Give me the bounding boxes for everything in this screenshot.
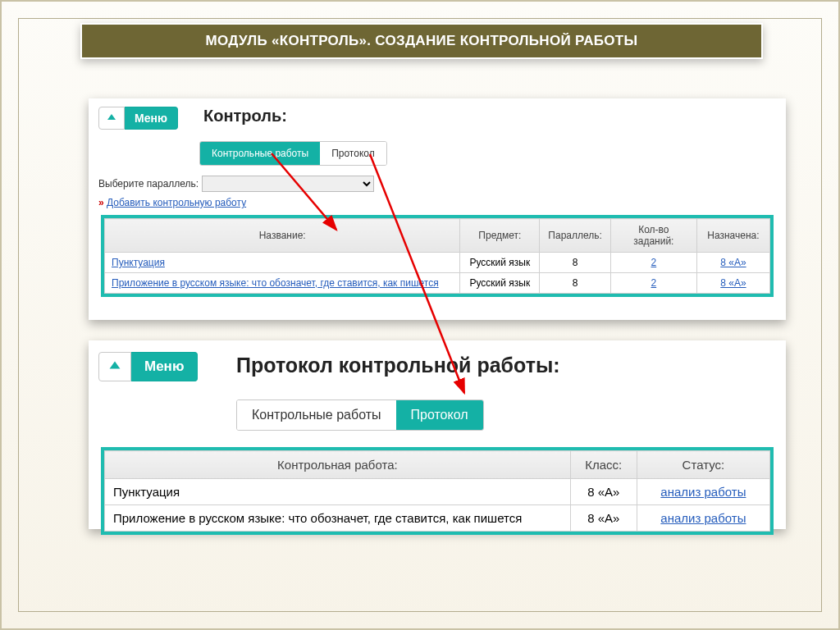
svg-marker-0: [107, 114, 116, 120]
tab-group: Контрольные работы Протокол: [236, 399, 484, 431]
work-link[interactable]: Пунктуация: [112, 257, 165, 268]
tab-group: Контрольные работы Протокол: [199, 141, 387, 166]
cell-work: Приложение в русском языке: что обозначе…: [105, 505, 571, 532]
cell-subject: Русский язык: [460, 253, 540, 273]
cell-subject: Русский язык: [460, 273, 540, 294]
count-link[interactable]: 2: [651, 277, 657, 289]
parallel-select[interactable]: [202, 176, 374, 192]
cell-class: 8 «А»: [570, 505, 637, 532]
count-link[interactable]: 2: [651, 257, 657, 268]
tab-works[interactable]: Контрольные работы: [237, 400, 396, 430]
tab-protocol[interactable]: Протокол: [396, 400, 483, 430]
tab-works[interactable]: Контрольные работы: [200, 142, 320, 165]
add-link-text[interactable]: Добавить контрольную работу: [107, 197, 246, 208]
status-link[interactable]: анализ работы: [660, 485, 746, 499]
col-status: Статус:: [637, 451, 769, 479]
table-row: Пунктуация 8 «А» анализ работы: [105, 479, 770, 505]
work-link[interactable]: Приложение в русском языке: что обозначе…: [112, 277, 439, 289]
col-class: Класс:: [570, 451, 637, 479]
status-link[interactable]: анализ работы: [660, 511, 746, 525]
col-subject: Предмет:: [460, 219, 540, 253]
col-work: Контрольная работа:: [105, 451, 571, 479]
svg-marker-1: [110, 362, 121, 369]
assigned-link[interactable]: 8 «А»: [720, 277, 746, 289]
col-count: Кол-во заданий:: [610, 219, 696, 253]
cell-work: Пунктуация: [105, 479, 571, 505]
table-row: Приложение в русском языке: что обозначе…: [105, 505, 770, 532]
parallel-select-row: Выберите параллель:: [98, 176, 374, 192]
assigned-link[interactable]: 8 «А»: [720, 257, 746, 268]
works-table-box: Название: Предмет: Параллель: Кол-во зад…: [101, 215, 774, 297]
add-work-link[interactable]: » Добавить контрольную работу: [98, 197, 246, 208]
protocol-table: Контрольная работа: Класс: Статус: Пункт…: [104, 450, 770, 532]
works-table: Название: Предмет: Параллель: Кол-во зад…: [104, 218, 770, 294]
protocol-table-box: Контрольная работа: Класс: Статус: Пункт…: [101, 447, 774, 535]
menu-button[interactable]: Меню: [98, 352, 198, 381]
panel-heading: Контроль:: [203, 107, 287, 126]
arrow-up-icon: [98, 352, 131, 381]
col-name: Название:: [105, 219, 460, 253]
table-row: Приложение в русском языке: что обозначе…: [105, 273, 770, 294]
raquo-icon: »: [98, 197, 104, 208]
select-label: Выберите параллель:: [98, 178, 199, 189]
panel-control: Меню Контроль: Контрольные работы Проток…: [89, 98, 786, 320]
menu-button[interactable]: Меню: [98, 107, 178, 130]
panel-heading: Протокол контрольной работы:: [236, 354, 560, 377]
cell-parallel: 8: [540, 253, 611, 273]
slide-title: МОДУЛЬ «КОНТРОЛЬ». СОЗДАНИЕ КОНТРОЛЬНОЙ …: [80, 23, 763, 59]
tab-protocol[interactable]: Протокол: [320, 142, 386, 165]
col-parallel: Параллель:: [540, 219, 611, 253]
panel-protocol: Меню Протокол контрольной работы: Контро…: [89, 340, 786, 529]
menu-label: Меню: [125, 107, 178, 130]
slide: МОДУЛЬ «КОНТРОЛЬ». СОЗДАНИЕ КОНТРОЛЬНОЙ …: [0, 0, 840, 630]
cell-class: 8 «А»: [570, 479, 637, 505]
table-row: Пунктуация Русский язык 8 2 8 «А»: [105, 253, 770, 273]
col-assigned: Назначена:: [696, 219, 769, 253]
arrow-up-icon: [98, 107, 125, 130]
cell-parallel: 8: [540, 273, 611, 294]
menu-label: Меню: [131, 352, 198, 381]
